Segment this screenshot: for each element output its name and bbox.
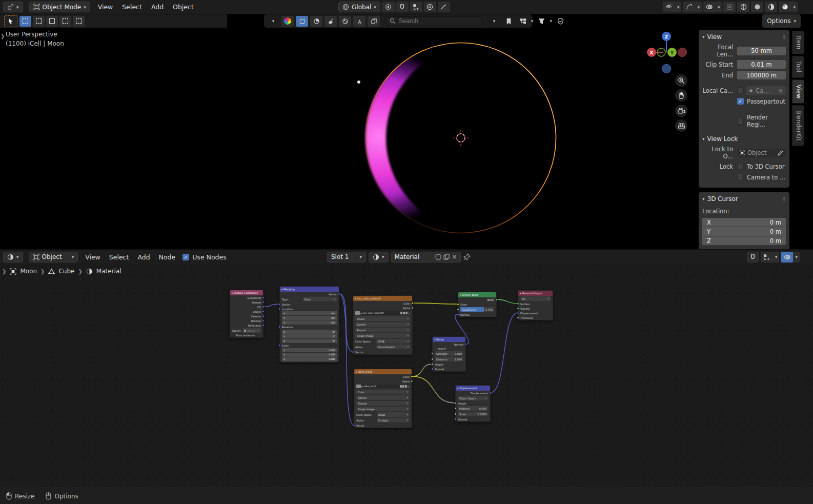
copy-icon[interactable] — [402, 385, 404, 388]
node-texcoord[interactable]: ▾Texture CoordinateGeneratedNormalUVObje… — [230, 290, 263, 338]
snap-target-icon[interactable] — [761, 252, 773, 263]
dropdown-repeat[interactable]: Repeat▾ — [356, 401, 410, 406]
sidebar-tab-view[interactable]: View — [792, 79, 804, 104]
socket-reflection[interactable] — [262, 324, 265, 327]
socket-uv[interactable] — [262, 306, 265, 308]
transform-orientation-dropdown[interactable]: Global ▾ — [338, 2, 380, 12]
menu-select[interactable]: Select — [120, 3, 144, 11]
material-browse-dropdown[interactable]: ▾ — [369, 252, 389, 263]
socket-color[interactable] — [411, 302, 414, 305]
new-copy-icon[interactable] — [443, 254, 450, 260]
menu-add[interactable]: Add — [150, 3, 165, 11]
gizmos-icon[interactable] — [683, 2, 695, 12]
checkbox-from-instancer[interactable] — [232, 334, 235, 337]
pan-tool-button[interactable] — [675, 89, 687, 102]
lock-to-object-field[interactable]: Object — [737, 149, 786, 157]
number-field-strength[interactable]: Strength0.020 — [435, 351, 463, 356]
socket-object[interactable] — [262, 310, 265, 313]
shading-solid-icon[interactable] — [751, 2, 763, 12]
image-thumbnail-icon[interactable] — [356, 385, 361, 388]
local-camera-checkbox[interactable] — [737, 87, 744, 94]
clear-icon[interactable]: × — [778, 87, 783, 94]
node-header[interactable]: ▾Bump — [433, 337, 465, 342]
shader-node-editor[interactable]: ▾Texture CoordinateGeneratedNormalUVObje… — [0, 264, 813, 488]
clip-start-field[interactable]: 0.01 m — [737, 60, 786, 69]
menu-add[interactable]: Add — [136, 253, 151, 261]
chevron-down-icon[interactable]: ▾ — [716, 5, 722, 10]
panel-grip-icon[interactable]: ⣿ — [782, 35, 786, 39]
node-bump[interactable]: ▾BumpNormalInvertStrength0.020Distance1.… — [432, 336, 466, 372]
breadcrumb-object[interactable]: Moon — [20, 268, 37, 275]
socket-vector[interactable] — [353, 424, 355, 427]
open-image-icon[interactable] — [405, 385, 407, 388]
menu-select[interactable]: Select — [108, 253, 131, 261]
image-name-field[interactable]: ldem_64.tif — [363, 385, 399, 388]
clip-end-field[interactable]: 100000 m — [737, 71, 786, 79]
sidebar-tab-blenderkit[interactable]: BlenderKit — [792, 105, 804, 146]
xray-icon[interactable] — [723, 2, 736, 12]
node-ldem[interactable]: ▾ldem_64.tifColorAlpha▾ldem_64.tif×Cubic… — [354, 369, 412, 428]
dropdown-sphere[interactable]: Sphere▾ — [356, 395, 410, 400]
object-picker-field[interactable]: Object🖊 — [242, 328, 261, 333]
checkbox-invert[interactable] — [435, 348, 437, 350]
snap-target-icon[interactable] — [410, 2, 422, 12]
socket-vector[interactable] — [352, 351, 354, 353]
camera-to-view-checkbox[interactable] — [737, 174, 744, 180]
dropdown-linear[interactable]: Linear▾ — [355, 316, 410, 321]
vector-component-field[interactable]: Z1.000 — [282, 357, 337, 361]
node-lroc[interactable]: ▾lroc_color_poles.tifColorAlpha▾lroc_col… — [353, 295, 413, 355]
proportional-editing-icon[interactable] — [424, 2, 436, 12]
socket-color[interactable] — [457, 303, 459, 306]
overlays-icon[interactable] — [703, 2, 716, 12]
menu-object[interactable]: Object — [171, 3, 195, 11]
mode-dropdown[interactable]: Object Mode ▾ — [29, 2, 90, 12]
socket-rotation[interactable] — [278, 326, 281, 328]
proportional-falloff-icon[interactable] — [438, 2, 450, 12]
snap-magnet-icon[interactable] — [396, 2, 409, 12]
breadcrumb-expand-arrow[interactable]: ❯ — [2, 269, 6, 274]
overlays-icon[interactable] — [781, 252, 793, 263]
dropdown-object-space[interactable]: Object Space▾ — [458, 396, 488, 400]
zoom-tool-button[interactable] — [675, 74, 687, 87]
node-header[interactable]: ▾lroc_color_poles.tif — [353, 296, 412, 301]
breadcrumb-material[interactable]: Material — [96, 268, 121, 275]
dropdown-cubic[interactable]: Cubic▾ — [356, 390, 410, 394]
collapse-icon[interactable]: ▾ — [702, 34, 705, 39]
number-field-distance[interactable]: Distance1.000 — [435, 357, 463, 361]
socket-normal[interactable] — [464, 343, 467, 346]
socket-color[interactable] — [411, 375, 413, 378]
unlink-icon[interactable]: × — [408, 385, 410, 388]
open-image-icon[interactable] — [405, 312, 408, 314]
menu-view[interactable]: View — [84, 253, 102, 261]
copy-icon[interactable] — [403, 312, 405, 314]
snap-magnet-icon[interactable] — [747, 252, 759, 263]
render-region-checkbox[interactable] — [737, 118, 744, 125]
dropdown-color-space[interactable]: sRGB▾ — [377, 412, 410, 417]
node-mapping[interactable]: ▾MappingVectorType:Point▾VectorLocationX… — [279, 286, 339, 362]
image-thumbnail-icon[interactable] — [355, 311, 360, 315]
local-camera-field[interactable]: Ca... × — [746, 86, 786, 95]
socket-window[interactable] — [262, 319, 265, 322]
node-displacement[interactable]: ▾DisplacementDisplacementObject Space▾He… — [455, 385, 491, 422]
socket-location[interactable] — [278, 308, 281, 310]
dropdown-all[interactable]: All▾ — [520, 296, 551, 301]
node-matout[interactable]: ▾Material OutputAll▾SurfaceVolumeDisplac… — [518, 290, 553, 320]
socket-height[interactable] — [431, 363, 434, 366]
socket-normal[interactable] — [262, 301, 265, 304]
socket-thickness[interactable] — [517, 316, 519, 319]
socket-scale[interactable] — [454, 413, 457, 415]
socket-vector[interactable] — [338, 293, 340, 295]
eyedropper-icon[interactable] — [778, 150, 783, 156]
socket-normal[interactable] — [431, 368, 434, 370]
node-header[interactable]: ▾Texture Coordinate — [230, 290, 263, 295]
socket-displacement[interactable] — [489, 392, 492, 394]
navigation-gizmo[interactable]: Z X Y — [647, 32, 687, 73]
passepartout-checkbox[interactable]: ✓ — [737, 98, 744, 105]
socket-camera[interactable] — [262, 315, 265, 317]
cursor-y-field[interactable]: Y0 m — [702, 227, 786, 236]
socket-volume[interactable] — [517, 307, 519, 310]
dropdown-color-space[interactable]: sRGB▾ — [376, 339, 410, 344]
pin-icon[interactable] — [463, 253, 471, 260]
dropdown-alpha[interactable]: Premultiplied▾ — [376, 345, 410, 349]
lock-to-cursor-checkbox[interactable] — [737, 163, 744, 170]
